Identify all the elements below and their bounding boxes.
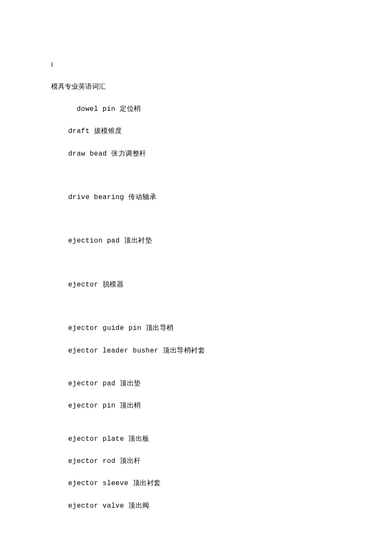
vocabulary-entry: ejector 脱模器	[51, 280, 341, 289]
vocabulary-entry: draw bead 张力调整杆	[51, 149, 341, 159]
vocabulary-list: dowel pin 定位梢draft 拔模锥度draw bead 张力调整杆dr…	[51, 104, 341, 511]
vocabulary-entry: ejector rod 顶出杆	[51, 457, 341, 466]
vocabulary-entry: ejector guide pin 顶出导梢	[51, 324, 341, 333]
vocabulary-entry: draft 拔模锥度	[51, 127, 341, 136]
vocabulary-entry: ejector pin 顶出梢	[51, 401, 341, 410]
vocabulary-entry: ejector sleeve 顶出衬套	[51, 479, 341, 488]
document-title: 模具专业英语词汇	[51, 82, 341, 91]
vocabulary-entry: ejector pad 顶出垫	[51, 379, 341, 388]
document-page: i 模具专业英语词汇 dowel pin 定位梢draft 拔模锥度draw b…	[0, 0, 392, 555]
vocabulary-entry: drive bearing 传动轴承	[51, 193, 341, 202]
vocabulary-entry: ejector leader busher 顶出导梢衬套	[51, 346, 341, 356]
vocabulary-entry: ejector plate 顶出板	[51, 434, 341, 444]
page-marker: i	[51, 60, 341, 69]
vocabulary-entry: ejector valve 顶出阀	[51, 501, 341, 511]
vocabulary-entry: ejection pad 顶出衬垫	[51, 236, 341, 246]
vocabulary-entry: dowel pin 定位梢	[51, 104, 341, 114]
